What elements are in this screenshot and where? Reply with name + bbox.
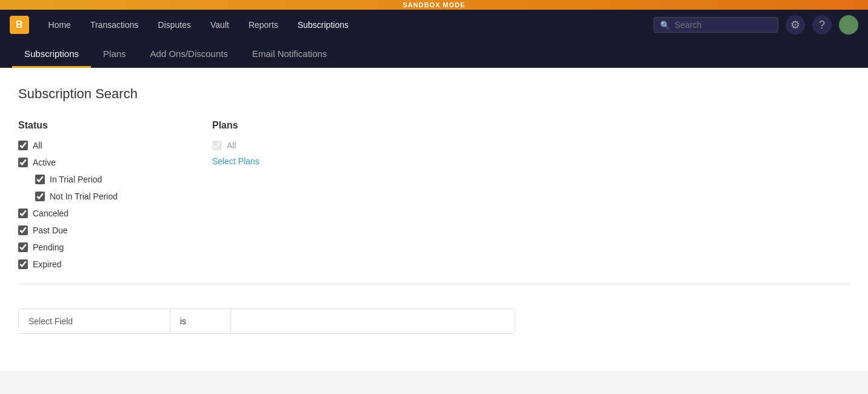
checkbox-plans-all-input[interactable]: [212, 141, 222, 150]
nav-link-disputes[interactable]: Disputes: [149, 10, 201, 40]
status-section-title: Status: [18, 120, 188, 131]
checkbox-past-due-label: Past Due: [33, 225, 68, 235]
checkbox-past-due[interactable]: Past Due: [18, 225, 188, 235]
main-content: Subscription Search Status All Active In…: [0, 68, 868, 371]
checkbox-all[interactable]: All: [18, 141, 188, 150]
subnav-link-plans[interactable]: Plans: [91, 40, 138, 68]
nav-link-reports[interactable]: Reports: [239, 10, 288, 40]
plans-section-title: Plans: [212, 120, 333, 131]
checkbox-pending-label: Pending: [33, 242, 64, 252]
status-section: Status All Active In Trial Period Not In…: [18, 120, 188, 269]
checkbox-plans-all-label: All: [227, 141, 236, 150]
select-field-dropdown[interactable]: Select Field: [19, 309, 170, 333]
checkbox-in-trial-period-label: In Trial Period: [50, 175, 102, 184]
filter-bar: Select Field is: [18, 309, 515, 334]
nav-right: 🔍 ⚙ ?: [653, 15, 858, 35]
checkbox-not-in-trial-period-input[interactable]: [35, 192, 45, 201]
checkbox-in-trial-period-input[interactable]: [35, 175, 45, 184]
subnav: Subscriptions Plans Add Ons/Discounts Em…: [0, 40, 868, 68]
search-box[interactable]: 🔍: [653, 17, 778, 33]
checkbox-active-input[interactable]: [18, 158, 28, 167]
checkbox-not-in-trial-period-label: Not In Trial Period: [50, 192, 118, 201]
checkbox-all-label: All: [33, 141, 42, 150]
plans-checkboxes: All: [212, 141, 333, 150]
sandbox-banner: SANDBOX MODE: [0, 0, 868, 10]
navbar: B Home Transactions Disputes Vault Repor…: [0, 10, 868, 40]
checkbox-expired-label: Expired: [33, 259, 61, 269]
checkbox-canceled-input[interactable]: [18, 209, 28, 218]
checkbox-in-trial-period[interactable]: In Trial Period: [35, 175, 188, 184]
search-form: Status All Active In Trial Period Not In…: [18, 120, 850, 269]
checkbox-pending-input[interactable]: [18, 242, 28, 252]
nav-link-home[interactable]: Home: [39, 10, 81, 40]
checkbox-plans-all[interactable]: All: [212, 141, 333, 150]
help-icon[interactable]: ?: [812, 15, 832, 35]
checkbox-expired-input[interactable]: [18, 259, 28, 269]
nav-links: Home Transactions Disputes Vault Reports…: [39, 10, 653, 40]
settings-icon[interactable]: ⚙: [786, 15, 805, 35]
checkbox-pending[interactable]: Pending: [18, 242, 188, 252]
checkbox-past-due-input[interactable]: [18, 225, 28, 235]
subnav-link-email-notifications[interactable]: Email Notifications: [240, 40, 339, 68]
section-divider: [18, 284, 850, 284]
filter-is-label: is: [170, 309, 231, 333]
status-checkboxes: All Active In Trial Period Not In Trial …: [18, 141, 188, 269]
search-input[interactable]: [675, 20, 772, 30]
checkbox-canceled[interactable]: Canceled: [18, 209, 188, 218]
brand-logo[interactable]: B: [10, 16, 29, 34]
plans-section: Plans All Select Plans: [212, 120, 333, 167]
select-plans-link[interactable]: Select Plans: [212, 156, 259, 166]
nav-link-subscriptions[interactable]: Subscriptions: [288, 10, 358, 40]
checkbox-active[interactable]: Active: [18, 158, 188, 167]
nav-link-vault[interactable]: Vault: [201, 10, 239, 40]
checkbox-canceled-label: Canceled: [33, 209, 68, 218]
page-title: Subscription Search: [18, 86, 850, 102]
checkbox-all-input[interactable]: [18, 141, 28, 150]
filter-value-input[interactable]: [231, 309, 515, 333]
search-icon: 🔍: [660, 21, 670, 30]
checkbox-expired[interactable]: Expired: [18, 259, 188, 269]
avatar[interactable]: [839, 15, 858, 35]
checkbox-active-label: Active: [33, 158, 56, 167]
subnav-link-subscriptions[interactable]: Subscriptions: [12, 40, 91, 68]
nav-link-transactions[interactable]: Transactions: [81, 10, 149, 40]
checkbox-not-in-trial-period[interactable]: Not In Trial Period: [35, 192, 188, 201]
subnav-link-add-ons-discounts[interactable]: Add Ons/Discounts: [138, 40, 240, 68]
